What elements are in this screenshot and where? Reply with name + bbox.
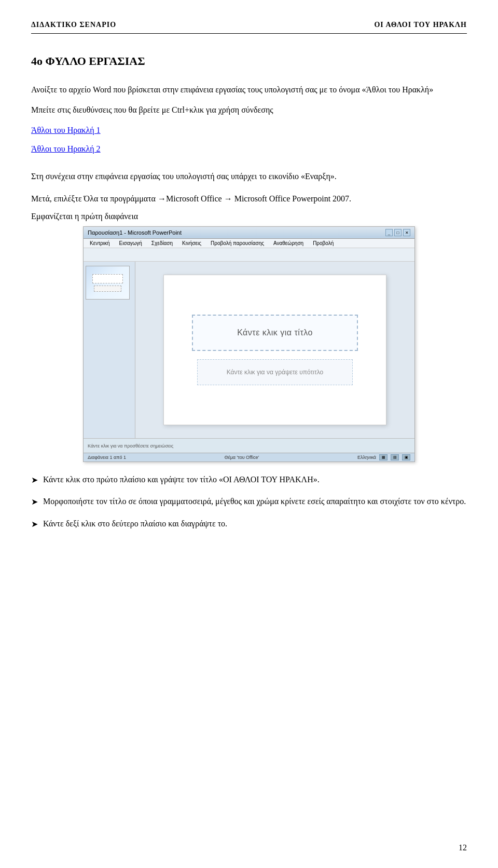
page-number: 12 [459,843,467,852]
ppt-notes-placeholder: Κάντε κλικ για να προσθέσετε σημειώσεις [88,443,173,449]
intro-paragraph-1: Ανοίξτε το αρχείο Word που βρίσκεται στη… [31,83,467,97]
ppt-close-btn: ✕ [403,229,410,236]
bullet-content-1: Κάντε κλικ στο πρώτο πλαίσιο και γράψτε … [43,472,467,486]
ppt-menu-view: Προβολή [311,240,336,247]
menu-path-text: Μετά, επιλέξτε Όλα τα προγράμματα →Micro… [31,192,467,206]
ppt-statusbar: Διαφάνεια 1 από 1 Θέμα 'του Office' Ελλη… [84,453,414,462]
ppt-status-lang: Ελληνικά [357,455,376,460]
bullet-arrow-1: ➤ [31,473,38,487]
ppt-view-btn-2: ▤ [391,454,399,460]
bullet-arrow-3: ➤ [31,517,38,531]
ppt-title-box: Κάντε κλικ για τίτλο [192,315,358,351]
ppt-titlebar: Παρουσίαση1 - Microsoft PowerPoint _ □ ✕ [84,227,414,239]
ppt-restore-btn: □ [394,229,402,236]
link-1-line: Άθλοι του Ηρακλή 1 [31,123,467,137]
bullet-content-3: Κάντε δεξί κλικ στο δεύτερο πλαίσιο και … [43,517,467,531]
continuation-text: Στη συνέχεια στην επιφάνεια εργασίας του… [31,169,467,183]
ppt-titlebar-text: Παρουσίαση1 - Microsoft PowerPoint [88,229,182,236]
link-2-line: Άθλοι του Ηρακλή 2 [31,142,467,156]
ppt-minimize-btn: _ [385,229,393,236]
page: ΔΙΔΑΚΤΙΚΟ ΣΕΝΑΡΙΟ ΟΙ ΑΘΛΟΙ ΤΟΥ ΗΡΑΚΛΗ 4ο… [0,0,498,868]
ppt-subtitle-placeholder: Κάντε κλικ για να γράψετε υπότιτλο [227,369,324,376]
page-header: ΔΙΔΑΚΤΙΚΟ ΣΕΝΑΡΙΟ ΟΙ ΑΘΛΟΙ ΤΟΥ ΗΡΑΚΛΗ [31,21,467,34]
ppt-title-placeholder: Κάντε κλικ για τίτλο [237,328,313,337]
ppt-notes-area: Κάντε κλικ για να προσθέσετε σημειώσεις [84,438,414,453]
ppt-slide-panel [84,262,135,438]
bullet-arrow-2: ➤ [31,495,38,509]
ppt-main-area: Κάντε κλικ για τίτλο Κάντε κλικ για να γ… [135,262,414,438]
ppt-slide-main: Κάντε κλικ για τίτλο Κάντε κλικ για να γ… [163,275,386,425]
ppt-menu-review: Αναθεώρηση [271,240,306,247]
ppt-menu-slideshow: Προβολή παρουσίασης [209,240,266,247]
header-right: ΟΙ ΑΘΛΟΙ ΤΟΥ ΗΡΑΚΛΗ [374,21,467,29]
ppt-menu-animations: Κινήσεις [180,240,203,247]
bullet-item-1: ➤ Κάντε κλικ στο πρώτο πλαίσιο και γράψτ… [31,472,467,487]
link-2[interactable]: Άθλοι του Ηρακλή 2 [31,144,101,153]
ppt-status-theme: Θέμα 'του Office' [225,455,259,460]
header-left: ΔΙΔΑΚΤΙΚΟ ΣΕΝΑΡΙΟ [31,21,116,29]
ppt-subtitle-box: Κάντε κλικ για να γράψετε υπότιτλο [197,359,353,385]
bullet-item-2: ➤ Μορφοποιήστε τον τίτλο σε όποια γραμμα… [31,494,467,509]
ppt-view-btn-3: ▣ [402,454,410,460]
ppt-menu-insert: Εισαγωγή [117,240,144,247]
ppt-thumb-sub-box [94,286,122,292]
intro-paragraph-2: Μπείτε στις διευθύνσεις που θα βρείτε με… [31,103,467,117]
ppt-body: Κάντε κλικ για τίτλο Κάντε κλικ για να γ… [84,262,414,438]
emfanizetal-text: Εμφανίζεται η πρώτη διαφάνεια [31,212,467,221]
ppt-menu-home: Κεντρική [88,240,112,247]
bullet-content-2: Μορφοποιήστε τον τίτλο σε όποια γραμματο… [43,494,467,508]
ppt-status-right: Ελληνικά ▦ ▤ ▣ [357,454,410,460]
bullet-item-3: ➤ Κάντε δεξί κλικ στο δεύτερο πλαίσιο κα… [31,517,467,531]
powerpoint-screenshot: Παρουσίαση1 - Microsoft PowerPoint _ □ ✕… [83,226,415,462]
ppt-status-slide: Διαφάνεια 1 από 1 [88,455,126,460]
intro-paragraph-2-text: Μπείτε στις διευθύνσεις που θα βρείτε με… [31,105,273,114]
ppt-toolbar [84,248,414,262]
ppt-menu-design: Σχεδίαση [149,240,175,247]
ppt-thumb-title-box [92,274,122,283]
ppt-slide-thumb-inner [86,266,129,299]
ppt-slide-thumbnail-1 [86,266,130,300]
ppt-menu-bar: Κεντρική Εισαγωγή Σχεδίαση Κινήσεις Προβ… [84,239,414,248]
section-title: 4ο ΦΥΛΛΟ ΕΡΓΑΣΙΑΣ [31,55,467,68]
link-1[interactable]: Άθλοι του Ηρακλή 1 [31,126,101,134]
ppt-view-btn-1: ▦ [379,454,388,460]
ppt-titlebar-buttons: _ □ ✕ [385,229,410,236]
